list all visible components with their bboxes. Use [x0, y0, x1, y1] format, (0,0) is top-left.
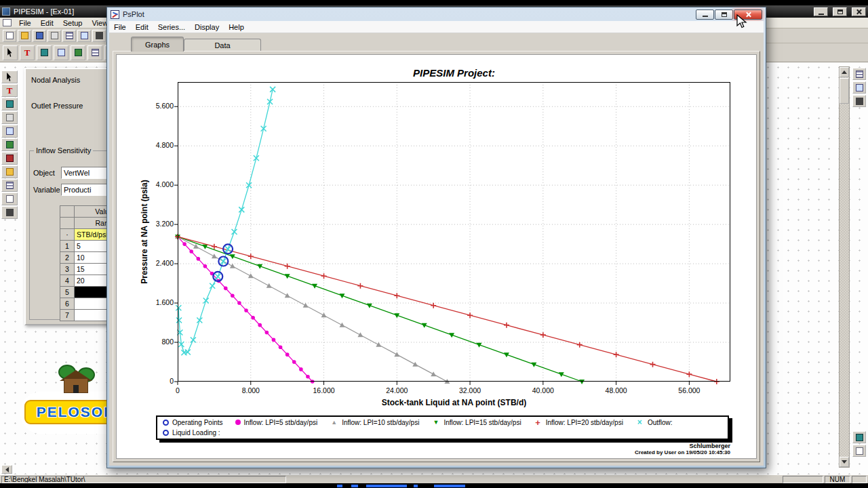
junction-node-icon[interactable] [71, 45, 85, 60]
shape-tool-icon[interactable] [1, 98, 18, 110]
right-toolbar-bottom [852, 431, 867, 457]
psplot-window: PsPlot FileEditSeries...DisplayHelp Grap… [106, 7, 766, 468]
chart-footer: Schlumberger Created by User on 19/05/20… [178, 443, 730, 455]
psplot-body: FileEditSeries...DisplayHelp GraphsData … [109, 21, 764, 466]
run-model-icon[interactable] [92, 30, 106, 42]
outlet-pressure-label: Outlet Pressure [31, 102, 83, 110]
y-tick-label: 800 [136, 338, 174, 346]
close-icon [856, 9, 862, 15]
chart-area: PIPESIM Project: Pressure at NA point (p… [116, 54, 757, 459]
row-number: 2 [60, 252, 74, 263]
dialog-title: Nodal Analysis [31, 76, 80, 84]
x-tick-label: 0 [153, 386, 202, 394]
table-cell [60, 206, 74, 217]
print-icon[interactable] [47, 30, 61, 42]
table-cell: · [60, 229, 74, 240]
open-folder-icon[interactable] [18, 30, 31, 42]
triangle-down-marker-icon: ▼ [431, 420, 440, 426]
sink-tool-icon[interactable] [1, 152, 18, 165]
select-tool-icon[interactable] [1, 70, 18, 83]
num-lock-indicator: NUM [825, 476, 850, 483]
psplot-content: GraphsData PIPESIM Project: Pressure at … [109, 33, 764, 466]
layer-tool-icon[interactable] [852, 431, 866, 443]
y-tick-label: 0 [136, 377, 174, 385]
scroll-left-icon[interactable] [1, 465, 12, 474]
zoom-tool-icon[interactable] [852, 68, 866, 80]
scroll-down-icon[interactable] [840, 457, 849, 467]
mouse-cursor [736, 14, 747, 29]
tab-graphs[interactable]: Graphs [131, 37, 184, 52]
graphs-tab-panel: PIPESIM Project: Pressure at NA point (p… [113, 51, 760, 462]
menu-setup[interactable]: Setup [58, 18, 87, 28]
plot-canvas [178, 82, 730, 382]
pipesim-app-icon [2, 7, 10, 16]
page-tool-icon[interactable] [1, 192, 18, 205]
menu-help[interactable]: Help [224, 21, 249, 33]
x-tick-label: 32.000 [446, 386, 494, 394]
brand-text: Schlumberger [178, 443, 730, 449]
text-tool-icon[interactable]: T [20, 45, 35, 60]
legend-label: Operating Points [172, 419, 223, 426]
menu-edit[interactable]: Edit [36, 18, 58, 28]
grid-tool-icon[interactable] [1, 179, 18, 192]
text-tool-icon[interactable]: T [1, 84, 18, 97]
grid-view-icon[interactable] [62, 30, 76, 42]
menu-series[interactable]: Series... [153, 21, 190, 33]
minimize-button[interactable] [814, 7, 828, 16]
menu-display[interactable]: Display [190, 21, 224, 33]
maximize-icon [722, 12, 727, 17]
well-node-icon[interactable] [87, 45, 102, 60]
x-tick-label: 24.000 [372, 386, 421, 394]
cut-tool-icon[interactable] [1, 111, 18, 124]
props-tool-icon[interactable] [852, 445, 866, 457]
source-tool-icon[interactable] [1, 138, 18, 151]
maximize-button[interactable] [833, 7, 847, 16]
psplot-titlebar[interactable]: PsPlot [107, 7, 766, 21]
status-panel [852, 476, 867, 483]
legend-item: ×Outflow: [635, 418, 673, 426]
report-icon[interactable] [77, 30, 91, 42]
menu-file[interactable]: File [109, 21, 131, 33]
pipesim-main-window: PIPESIM - [Ex-01] FileEditSetupView T [0, 5, 868, 483]
drawing-toolbox: T [1, 70, 19, 219]
save-icon[interactable] [33, 30, 46, 42]
folder-tool-icon[interactable] [1, 165, 18, 178]
row-number: 6 [60, 298, 74, 309]
maximize-button[interactable] [715, 9, 733, 20]
menu-file[interactable]: File [14, 18, 36, 28]
new-document-icon[interactable] [3, 30, 16, 42]
child-window-icon[interactable] [3, 19, 12, 26]
legend-label: Liquid Loading : [172, 429, 220, 436]
legend-item: ▼Inflow: LPI=15 stb/day/psi [431, 419, 521, 426]
legend-label: Inflow: LPI=5 stb/day/psi [244, 419, 318, 426]
legend-label: Outflow: [648, 419, 673, 426]
pipesim-window-title: PIPESIM - [Ex-01] [14, 7, 74, 16]
psplot-tabs: GraphsData [131, 37, 261, 52]
legend-item: Inflow: LPI=5 stb/day/psi [235, 419, 318, 426]
x-tick-label: 48.000 [592, 386, 641, 394]
row-number: 7 [60, 310, 74, 321]
variable-label: Variable [33, 186, 60, 194]
fit-tool-icon[interactable] [852, 95, 866, 107]
row-number: 1 [60, 241, 74, 251]
tab-data[interactable]: Data [184, 39, 261, 52]
minimize-button[interactable] [696, 9, 714, 20]
source-node-icon[interactable] [54, 45, 68, 60]
pointer-tool-icon[interactable] [3, 45, 18, 60]
letterbox-top [0, 0, 868, 5]
minimize-icon [818, 14, 824, 15]
logo-text: PELOSOK [37, 404, 116, 420]
node-tool-icon[interactable] [1, 125, 18, 138]
vertical-scrollbar[interactable] [839, 66, 850, 468]
misc-tool-icon[interactable] [1, 206, 18, 219]
scrollbar-thumb[interactable] [840, 78, 849, 104]
boundary-node-icon[interactable] [37, 45, 52, 60]
status-path: E:\Bengkel Masalah\TUtor\ [1, 476, 286, 483]
pan-tool-icon[interactable] [852, 81, 866, 94]
menu-edit[interactable]: Edit [131, 21, 153, 33]
psplot-menubar-items: FileEditSeries...DisplayHelp [109, 21, 249, 33]
y-tick-label: 1.600 [136, 298, 174, 306]
scroll-up-icon[interactable] [840, 67, 849, 77]
legend-label: Inflow: LPI=15 stb/day/psi [443, 419, 521, 426]
close-button[interactable] [852, 7, 866, 16]
